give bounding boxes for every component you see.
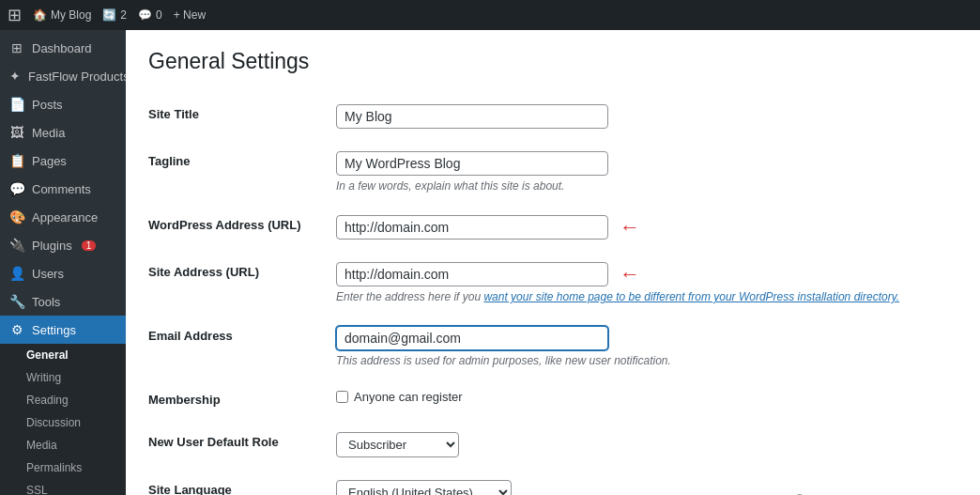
topbar: ⊞ 🏠 My Blog 🔄 2 💬 0 + New (0, 0, 980, 30)
wp-address-field-row: ← (336, 215, 957, 240)
default-role-row: New User Default Role Subscriber Contrib… (148, 421, 957, 469)
site-address-field-row: ← (336, 262, 957, 286)
membership-label: Membership (148, 393, 221, 407)
media-icon: 🖼 (9, 125, 24, 140)
submenu-general[interactable]: General (0, 344, 126, 366)
main-content: General Settings Site Title Tagline In a… (126, 30, 980, 495)
comments-icon: 💬 (9, 181, 24, 196)
sidebar-item-dashboard[interactable]: ⊞ Dashboard (0, 34, 126, 62)
settings-submenu: General Writing Reading Discussion Media… (0, 344, 126, 495)
settings-icon: ⚙ (9, 322, 24, 337)
sidebar-item-settings[interactable]: ⚙ Settings (0, 316, 126, 344)
sidebar-item-tools[interactable]: 🔧 Tools (0, 287, 126, 316)
site-title-input[interactable] (336, 104, 608, 129)
submenu-discussion[interactable]: Discussion (0, 411, 126, 434)
site-address-description: Enter the address here if you want your … (336, 290, 957, 303)
submenu-reading[interactable]: Reading (0, 389, 126, 411)
topbar-updates[interactable]: 🔄 2 (102, 8, 127, 22)
membership-row: Membership Anyone can register (148, 379, 957, 421)
posts-icon: 📄 (9, 97, 24, 112)
email-row: Email Address This address is used for a… (148, 315, 957, 379)
wp-address-arrow: ← (620, 215, 640, 240)
settings-form: Site Title Tagline In a few words, expla… (148, 93, 957, 495)
tagline-row: Tagline In a few words, explain what thi… (148, 140, 957, 204)
sidebar: ⊞ Dashboard ✦ FastFlow Products 📄 Posts … (0, 30, 126, 495)
plugins-icon: 🔌 (9, 238, 24, 253)
language-row: Site Language English (United States) (148, 469, 957, 495)
site-address-row: Site Address (URL) ← Enter the address h… (148, 251, 957, 315)
sidebar-item-posts[interactable]: 📄 Posts (0, 90, 126, 118)
dashboard-icon: ⊞ (9, 40, 24, 55)
wp-address-label: WordPress Address (URL) (148, 218, 301, 232)
default-role-select[interactable]: Subscriber Contributor Author Editor Adm… (336, 432, 459, 457)
wp-address-row: WordPress Address (URL) ← (148, 204, 957, 251)
tools-icon: 🔧 (9, 294, 24, 309)
updates-icon: 🔄 (102, 8, 116, 22)
wp-logo: ⊞ (8, 5, 22, 25)
wp-address-input[interactable] (336, 215, 608, 240)
email-input[interactable] (336, 326, 608, 350)
site-address-input[interactable] (336, 262, 608, 286)
membership-checkbox[interactable] (336, 391, 348, 403)
topbar-site-name[interactable]: 🏠 My Blog (33, 8, 91, 22)
home-icon: 🏠 (33, 8, 47, 22)
sidebar-item-pages[interactable]: 📋 Pages (0, 147, 126, 175)
submenu-ssl[interactable]: SSL (0, 479, 126, 495)
submenu-permalinks[interactable]: Permalinks (0, 456, 126, 479)
submenu-writing[interactable]: Writing (0, 366, 126, 389)
sidebar-item-media[interactable]: 🖼 Media (0, 118, 126, 147)
site-title-label: Site Title (148, 107, 199, 121)
pages-icon: 📋 (9, 153, 24, 168)
site-title-row: Site Title (148, 93, 957, 140)
tagline-input[interactable] (336, 151, 608, 176)
comments-icon: 💬 (138, 8, 152, 22)
language-select[interactable]: English (United States) (336, 480, 512, 495)
site-address-arrow: ← (620, 262, 640, 286)
language-label: Site Language (148, 483, 232, 495)
sidebar-item-users[interactable]: 👤 Users (0, 259, 126, 287)
cursor-pointer: ↖ (795, 489, 807, 495)
tagline-description: In a few words, explain what this site i… (336, 179, 957, 193)
sidebar-item-fastflow[interactable]: ✦ FastFlow Products (0, 62, 126, 90)
tagline-label: Tagline (148, 154, 191, 168)
email-description: This address is used for admin purposes,… (336, 354, 957, 367)
sidebar-item-comments[interactable]: 💬 Comments (0, 175, 126, 203)
fastflow-icon: ✦ (9, 69, 21, 84)
sidebar-item-appearance[interactable]: 🎨 Appearance (0, 203, 126, 231)
appearance-icon: 🎨 (9, 209, 24, 224)
email-label: Email Address (148, 329, 233, 343)
site-address-link[interactable]: want your site home page to be different… (483, 290, 899, 303)
membership-checkbox-label: Anyone can register (336, 390, 957, 404)
site-address-label: Site Address (URL) (148, 265, 259, 279)
submenu-media[interactable]: Media (0, 434, 126, 456)
plugins-badge: 1 (82, 240, 97, 251)
users-icon: 👤 (9, 266, 24, 281)
default-role-label: New User Default Role (148, 435, 279, 449)
topbar-comments[interactable]: 💬 0 (138, 8, 162, 22)
sidebar-item-plugins[interactable]: 🔌 Plugins 1 (0, 231, 126, 259)
topbar-new-button[interactable]: + New (174, 8, 206, 22)
page-title: General Settings (148, 49, 957, 74)
